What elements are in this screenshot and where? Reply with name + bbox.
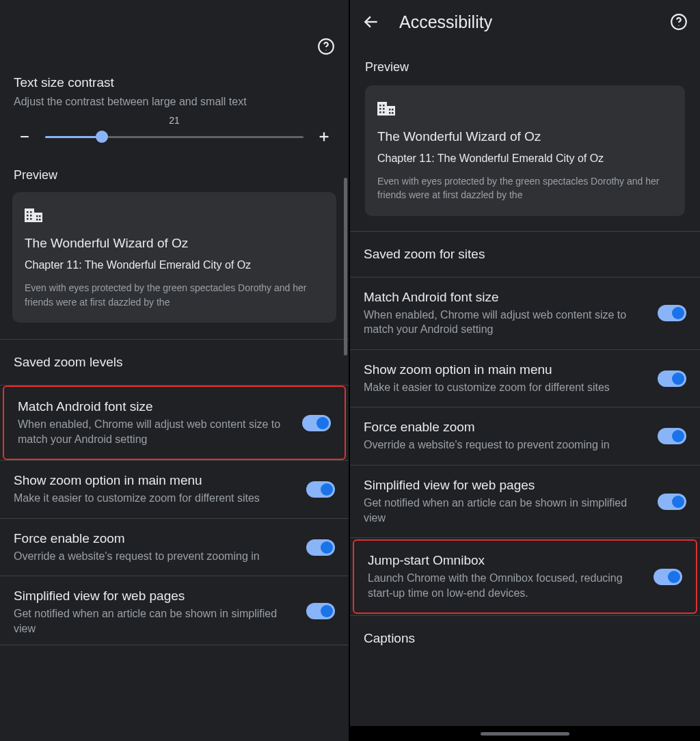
force-enable-zoom-row[interactable]: Force enable zoom Override a website's r… (350, 407, 700, 465)
svg-rect-14 (39, 215, 41, 217)
saved-zoom-levels-row[interactable]: Saved zoom levels (0, 340, 349, 385)
svg-rect-16 (39, 219, 41, 221)
svg-rect-26 (379, 111, 381, 113)
preview-label: Preview (0, 164, 349, 192)
force-zoom-toggle[interactable] (658, 428, 686, 444)
svg-rect-23 (383, 105, 385, 107)
svg-rect-20 (377, 102, 387, 116)
match-android-toggle[interactable] (302, 415, 331, 431)
svg-point-19 (678, 25, 679, 26)
page-title: Accessibility (399, 12, 651, 32)
highlight-match-android: Match Android font size When enabled, Ch… (3, 386, 346, 460)
building-icon (377, 99, 673, 118)
force-enable-zoom-row[interactable]: Force enable zoom Override a website's r… (0, 519, 349, 576)
svg-rect-24 (379, 108, 381, 110)
show-zoom-option-row[interactable]: Show zoom option in main menu Make it ea… (0, 461, 349, 518)
header: Accessibility (350, 0, 700, 44)
svg-rect-21 (387, 106, 395, 116)
preview-body: Even with eyes protected by the green sp… (25, 281, 324, 309)
simplified-view-toggle[interactable] (306, 603, 335, 619)
show-zoom-option-row[interactable]: Show zoom option in main menu Make it ea… (350, 350, 700, 407)
svg-rect-22 (379, 105, 381, 107)
section-title: Text size contrast (14, 75, 335, 90)
building-icon (25, 206, 324, 225)
svg-rect-8 (30, 211, 32, 213)
svg-rect-13 (36, 215, 38, 217)
help-icon[interactable] (317, 38, 335, 55)
help-icon[interactable] (670, 13, 688, 31)
scrollbar[interactable] (344, 178, 347, 355)
highlight-jump-start-omnibox: Jump-start Omnibox Launch Chrome with th… (353, 539, 697, 614)
minus-icon[interactable] (16, 129, 33, 145)
show-zoom-toggle[interactable] (306, 481, 335, 498)
text-size-contrast-section: Text size contrast Adjust the contrast b… (0, 63, 349, 115)
match-android-font-size-row[interactable]: Match Android font size When enabled, Ch… (350, 278, 700, 349)
slider-value: 21 (169, 115, 180, 126)
show-zoom-toggle[interactable] (658, 370, 686, 387)
preview-card: The Wonderful Wizard of Oz Chapter 11: T… (365, 85, 685, 216)
right-panel: Accessibility Preview (350, 0, 700, 741)
svg-rect-11 (27, 218, 29, 220)
svg-rect-10 (30, 215, 32, 217)
svg-point-1 (325, 50, 326, 51)
contrast-slider[interactable] (45, 136, 304, 138)
nav-handle[interactable] (481, 732, 569, 736)
jump-start-omnibox-row[interactable]: Jump-start Omnibox Launch Chrome with th… (354, 541, 696, 612)
preview-chapter: Chapter 11: The Wonderful Emerald City o… (25, 259, 324, 271)
simplified-view-toggle[interactable] (658, 494, 686, 510)
svg-rect-9 (27, 215, 29, 217)
nav-bar (350, 726, 700, 741)
svg-rect-5 (25, 208, 34, 222)
plus-icon[interactable] (316, 129, 332, 145)
svg-rect-25 (383, 108, 385, 110)
svg-rect-29 (392, 109, 394, 111)
jump-start-toggle[interactable] (654, 569, 682, 585)
match-android-font-size-row[interactable]: Match Android font size When enabled, Ch… (4, 387, 345, 459)
simplified-view-row[interactable]: Simplified view for web pages Get notifi… (0, 576, 349, 641)
section-subtitle: Adjust the contrast between large and sm… (14, 94, 335, 109)
left-panel: Text size contrast Adjust the contrast b… (0, 0, 350, 741)
preview-label: Preview (350, 44, 700, 85)
slider-thumb[interactable] (96, 131, 108, 143)
preview-title: The Wonderful Wizard of Oz (25, 236, 324, 251)
preview-card: The Wonderful Wizard of Oz Chapter 11: T… (12, 192, 336, 323)
back-icon[interactable] (362, 13, 380, 31)
match-android-toggle[interactable] (658, 305, 686, 321)
svg-rect-7 (27, 211, 29, 213)
simplified-view-row[interactable]: Simplified view for web pages Get notifi… (350, 466, 700, 537)
captions-row[interactable]: Captions (350, 616, 700, 661)
force-zoom-toggle[interactable] (306, 539, 335, 556)
svg-rect-15 (36, 219, 38, 221)
contrast-slider-row: 21 (0, 115, 349, 164)
svg-rect-12 (30, 218, 32, 220)
svg-rect-6 (34, 213, 42, 222)
svg-rect-31 (392, 112, 394, 114)
svg-rect-27 (383, 111, 385, 113)
preview-body: Even with eyes protected by the green sp… (377, 174, 673, 202)
svg-rect-28 (389, 109, 391, 111)
preview-title: The Wonderful Wizard of Oz (377, 129, 673, 144)
saved-zoom-for-sites-row[interactable]: Saved zoom for sites (350, 232, 700, 277)
svg-rect-30 (389, 112, 391, 114)
preview-chapter: Chapter 11: The Wonderful Emerald City o… (377, 152, 673, 165)
